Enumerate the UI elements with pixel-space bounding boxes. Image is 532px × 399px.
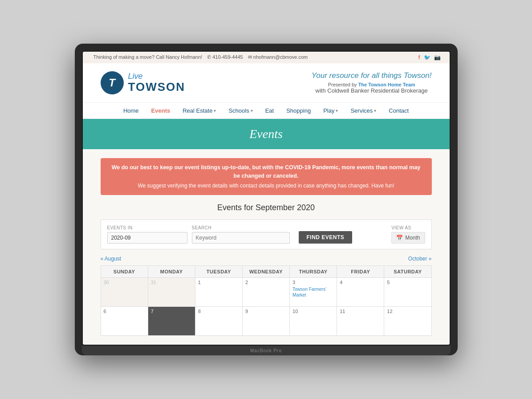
nav-eat[interactable]: Eat bbox=[260, 103, 280, 118]
topbar-message: Thinking of making a move? Call Nancy Ho… bbox=[93, 54, 203, 60]
tagline: Your resource for all things Towson! bbox=[312, 71, 432, 80]
cal-cell-sep12: 12 bbox=[384, 307, 431, 336]
find-events-button[interactable]: FIND EVENTS bbox=[299, 231, 353, 244]
cal-cell-sep8: 8 bbox=[195, 307, 242, 336]
team-name: The Towson Home Team bbox=[358, 82, 415, 87]
logo-circle: T bbox=[101, 71, 124, 94]
main-content: We do our best to keep our event listing… bbox=[83, 149, 450, 345]
col-monday: MONDAY bbox=[148, 266, 195, 278]
broker-name: with Coldwell Banker Residential Brokera… bbox=[312, 87, 432, 94]
prev-month-link[interactable]: « August bbox=[101, 256, 122, 262]
keyword-field: SEARCH bbox=[192, 225, 290, 244]
instagram-icon[interactable]: 📷 bbox=[434, 54, 441, 61]
events-in-input[interactable] bbox=[107, 232, 187, 244]
nav-play[interactable]: Play ▾ bbox=[318, 103, 343, 118]
events-heading: Events for September 2020 bbox=[101, 203, 432, 212]
col-thursday: THURSDAY bbox=[290, 266, 337, 278]
col-tuesday: TUESDAY bbox=[195, 266, 242, 278]
cal-cell-sep4: 4 bbox=[337, 278, 384, 307]
cal-cell-sep5: 5 bbox=[384, 278, 431, 307]
schools-arrow: ▾ bbox=[251, 108, 253, 113]
calendar-nav: « August October » bbox=[101, 256, 432, 262]
view-as-value: Month bbox=[405, 235, 420, 241]
real-estate-arrow: ▾ bbox=[214, 108, 216, 113]
nav-home[interactable]: Home bbox=[118, 103, 144, 118]
col-wednesday: WEDNESDAY bbox=[242, 266, 289, 278]
topbar-email[interactable]: ✉ nhofmann@cbmove.com bbox=[248, 54, 308, 60]
col-sunday: SUNDAY bbox=[101, 266, 148, 278]
header-right: Your resource for all things Towson! Pre… bbox=[312, 71, 432, 94]
twitter-icon[interactable]: 🐦 bbox=[424, 54, 430, 61]
next-month-link[interactable]: October » bbox=[408, 256, 432, 262]
alert-box: We do our best to keep our event listing… bbox=[101, 158, 432, 195]
cal-cell-sep3: 3 Towson Farmers' Market bbox=[290, 278, 337, 307]
event-farmers-market[interactable]: Towson Farmers' Market bbox=[292, 286, 334, 298]
view-as-button[interactable]: 📅 Month bbox=[391, 232, 425, 244]
social-links: f 🐦 📷 bbox=[418, 54, 441, 61]
cal-cell-sep10: 10 bbox=[290, 307, 337, 336]
laptop-container: Thinking of making a move? Call Nancy Ho… bbox=[75, 44, 458, 356]
col-saturday: SATURDAY bbox=[384, 266, 431, 278]
top-bar-left: Thinking of making a move? Call Nancy Ho… bbox=[92, 54, 310, 60]
site-wrapper: Thinking of making a move? Call Nancy Ho… bbox=[83, 52, 450, 345]
view-as-label: VIEW AS bbox=[391, 225, 425, 230]
nav-schools[interactable]: Schools ▾ bbox=[223, 103, 258, 118]
events-in-field: EVENTS IN bbox=[107, 225, 187, 244]
cal-cell-sep1: 1 bbox=[195, 278, 242, 307]
main-nav: Home Events Real Estate ▾ Schools ▾ Eat … bbox=[83, 102, 450, 119]
alert-bold: We do our best to keep our event listing… bbox=[109, 163, 424, 180]
services-arrow: ▾ bbox=[374, 108, 376, 113]
logo-live: Live bbox=[128, 72, 186, 81]
laptop-base: MacBook Pro bbox=[82, 346, 451, 355]
laptop-outer: Thinking of making a move? Call Nancy Ho… bbox=[75, 44, 458, 356]
view-as: VIEW AS 📅 Month bbox=[391, 225, 425, 244]
presented-by: Presented by The Towson Home Team bbox=[312, 82, 432, 87]
cal-cell-aug30: 30 bbox=[101, 278, 148, 307]
search-label: SEARCH bbox=[192, 225, 290, 230]
table-row: 6 7 8 9 10 11 12 bbox=[101, 307, 431, 336]
calendar-table: SUNDAY MONDAY TUESDAY WEDNESDAY THURSDAY… bbox=[101, 265, 432, 336]
logo-letter: T bbox=[109, 77, 115, 89]
cal-cell-aug31: 31 bbox=[148, 278, 195, 307]
cal-cell-sep2: 2 bbox=[242, 278, 289, 307]
presented-label: Presented by bbox=[328, 82, 357, 87]
events-in-label: EVENTS IN bbox=[107, 225, 187, 230]
nav-contact[interactable]: Contact bbox=[383, 103, 414, 118]
laptop-screen: Thinking of making a move? Call Nancy Ho… bbox=[82, 51, 451, 346]
cal-cell-sep6: 6 bbox=[101, 307, 148, 336]
cal-cell-sep9: 9 bbox=[242, 307, 289, 336]
topbar-phone[interactable]: ✆ 410-459-4445 bbox=[207, 54, 243, 60]
alert-sub: We suggest verifying the event details w… bbox=[138, 183, 394, 189]
col-friday: FRIDAY bbox=[337, 266, 384, 278]
keyword-input[interactable] bbox=[192, 232, 290, 244]
search-bar: EVENTS IN SEARCH FIND EVENTS VIEW AS 📅 bbox=[101, 220, 432, 249]
nav-events[interactable]: Events bbox=[146, 103, 176, 118]
logo-towson: TOWSON bbox=[128, 81, 186, 94]
calendar-icon: 📅 bbox=[396, 235, 403, 241]
table-row: 30 31 1 2 3 Towson Farmers' Market 4 5 bbox=[101, 278, 431, 307]
laptop-brand: MacBook Pro bbox=[250, 348, 282, 353]
calendar-header-row: SUNDAY MONDAY TUESDAY WEDNESDAY THURSDAY… bbox=[101, 266, 431, 278]
nav-services[interactable]: Services ▾ bbox=[345, 103, 382, 118]
logo-text: Live TOWSON bbox=[128, 72, 186, 94]
nav-shopping[interactable]: Shopping bbox=[281, 103, 316, 118]
cal-cell-sep11: 11 bbox=[337, 307, 384, 336]
top-bar: Thinking of making a move? Call Nancy Ho… bbox=[83, 52, 450, 63]
hero-banner: Events bbox=[83, 119, 450, 149]
facebook-icon[interactable]: f bbox=[418, 54, 420, 61]
cal-cell-sep7: 7 bbox=[148, 307, 195, 336]
nav-real-estate[interactable]: Real Estate ▾ bbox=[177, 103, 221, 118]
site-header: T Live TOWSON Your resource for all thin… bbox=[83, 63, 450, 102]
play-arrow: ▾ bbox=[336, 108, 338, 113]
logo-area: T Live TOWSON bbox=[101, 71, 186, 94]
hero-title: Events bbox=[91, 127, 442, 141]
